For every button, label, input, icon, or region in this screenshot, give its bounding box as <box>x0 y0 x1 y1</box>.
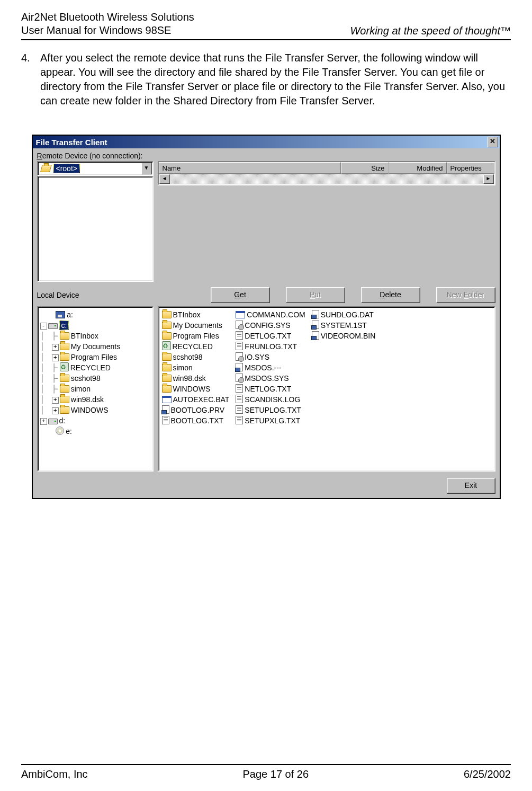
list-item[interactable]: SCANDISK.LOG <box>236 394 305 405</box>
tree-row[interactable]: │ +win98.dsk <box>40 394 150 405</box>
list-item[interactable]: simon <box>162 362 230 373</box>
close-icon[interactable]: ✕ <box>488 137 498 147</box>
scroll-right-icon[interactable]: ► <box>483 174 494 184</box>
sys-icon <box>236 352 243 361</box>
scroll-left-icon[interactable]: ◄ <box>159 174 170 184</box>
list-item[interactable]: SYSTEM.1ST <box>312 320 375 331</box>
footer-company: AmbiCom, Inc <box>21 768 88 780</box>
delete-button[interactable]: Delete <box>361 287 420 303</box>
dat-icon <box>312 331 319 340</box>
local-device-label: Local Device <box>33 291 195 299</box>
file-column: SUHDLOG.DATSYSTEM.1STVIDEOROM.BIN <box>312 309 375 468</box>
list-item[interactable]: CONFIG.SYS <box>236 320 305 331</box>
file-column: COMMAND.COMCONFIG.SYSDETLOG.TXTFRUNLOG.T… <box>236 309 305 468</box>
txt-icon <box>236 395 243 403</box>
step-number: 4. <box>21 51 35 108</box>
list-item[interactable]: NETLOG.TXT <box>236 384 305 394</box>
list-item[interactable]: VIDEOROM.BIN <box>312 331 375 341</box>
window-titlebar[interactable]: File Transfer Client ✕ <box>33 136 500 148</box>
header-slogan: Working at the speed of thought™ <box>350 25 511 37</box>
put-button[interactable]: Put <box>286 287 345 303</box>
remote-listview[interactable]: Name Size Modified Properties ◄ ► <box>158 161 495 185</box>
product-name: Air2Net Bluetooth Wireless Solutions <box>21 11 194 24</box>
recycle-icon <box>162 341 171 350</box>
list-item[interactable]: COMMAND.COM <box>236 309 305 320</box>
list-item[interactable]: DETLOG.TXT <box>236 331 305 341</box>
collapse-icon[interactable]: - <box>40 323 47 330</box>
step-4: 4. After you select the remote device th… <box>21 51 511 108</box>
tree-row[interactable]: │ +WINDOWS <box>40 405 150 415</box>
list-item[interactable]: SUHDLOG.DAT <box>312 309 375 320</box>
tree-row[interactable]: +d: <box>40 415 150 426</box>
remote-tree[interactable] <box>37 176 154 282</box>
tree-row[interactable]: │ ├╴simon <box>40 384 150 394</box>
tree-row[interactable]: a: <box>40 309 150 320</box>
txt-icon <box>162 416 169 424</box>
expand-icon[interactable]: + <box>52 354 59 361</box>
list-item[interactable]: BTInbox <box>162 309 230 320</box>
get-button[interactable]: Get <box>211 287 270 303</box>
list-item[interactable]: Program Files <box>162 331 230 341</box>
local-panel: a:-c:│ ├╴BTInbox│ +My Documents│ +Progra… <box>33 306 500 474</box>
list-item[interactable]: BOOTLOG.TXT <box>162 415 230 426</box>
floppy-icon <box>56 311 65 318</box>
new-folder-button[interactable]: New Folder <box>436 287 495 303</box>
recycle-icon <box>60 362 69 371</box>
folder-icon <box>60 396 69 403</box>
selected-drive: c: <box>59 321 69 330</box>
tree-row[interactable]: │ ├╴RECYCLED <box>40 362 150 373</box>
txt-icon <box>236 416 243 424</box>
exe-icon <box>236 311 245 318</box>
expand-icon[interactable]: + <box>52 344 59 351</box>
remote-panel: <root> ▼ Name Size Modified Properties <box>33 161 500 284</box>
expand-icon[interactable]: + <box>52 397 59 404</box>
folder-icon <box>60 343 69 350</box>
footer-page: Page 17 of 26 <box>243 768 309 780</box>
list-item[interactable]: AUTOEXEC.BAT <box>162 394 230 405</box>
tree-row[interactable]: │ +My Documents <box>40 341 150 352</box>
window-title: File Transfer Client <box>36 138 107 147</box>
local-listview[interactable]: BTInboxMy DocumentsProgram FilesRECYCLED… <box>158 306 495 472</box>
chevron-down-icon[interactable]: ▼ <box>141 163 152 174</box>
folder-icon <box>60 375 69 382</box>
list-item[interactable]: WINDOWS <box>162 384 230 394</box>
scroll-track[interactable] <box>170 174 483 184</box>
file-column: BTInboxMy DocumentsProgram FilesRECYCLED… <box>162 309 230 468</box>
list-item[interactable]: IO.SYS <box>236 352 305 362</box>
list-item[interactable]: scshot98 <box>162 352 230 362</box>
folder-icon <box>60 385 69 393</box>
txt-icon <box>236 342 243 350</box>
remote-horizontal-scrollbar[interactable]: ◄ ► <box>159 174 494 184</box>
dat-icon <box>236 363 243 371</box>
tree-row[interactable]: -c: <box>40 320 150 331</box>
list-item[interactable]: My Documents <box>162 320 230 331</box>
list-item[interactable]: MSDOS.--- <box>236 362 305 373</box>
expand-icon[interactable]: + <box>52 407 59 414</box>
step-text: After you select the remote device that … <box>40 51 511 108</box>
list-item[interactable]: MSDOS.SYS <box>236 373 305 384</box>
remote-path-dropdown[interactable]: <root> ▼ <box>37 161 154 176</box>
tree-row[interactable]: │ +Program Files <box>40 352 150 362</box>
list-item[interactable]: RECYCLED <box>162 341 230 352</box>
remote-list-header: Name Size Modified Properties <box>159 162 494 174</box>
list-item[interactable]: FRUNLOG.TXT <box>236 341 305 352</box>
expand-icon[interactable]: + <box>40 418 47 425</box>
exit-row: Exit <box>33 474 500 498</box>
tree-row[interactable]: e: <box>40 426 150 437</box>
list-item[interactable]: win98.dsk <box>162 373 230 384</box>
exit-button[interactable]: Exit <box>447 478 495 494</box>
col-properties[interactable]: Properties <box>447 162 494 174</box>
list-item[interactable]: SETUPXLG.TXT <box>236 415 305 426</box>
list-item[interactable]: SETUPLOG.TXT <box>236 405 305 415</box>
tree-row[interactable]: │ ├╴BTInbox <box>40 331 150 341</box>
col-size[interactable]: Size <box>341 162 389 174</box>
folder-icon <box>162 375 172 382</box>
col-name[interactable]: Name <box>159 162 341 174</box>
tree-row[interactable]: │ ├╴scshot98 <box>40 373 150 384</box>
manual-name: User Manual for Windows 98SE <box>21 24 194 37</box>
col-modified[interactable]: Modified <box>389 162 447 174</box>
folder-icon <box>162 311 172 318</box>
folder-icon <box>162 332 172 340</box>
local-tree[interactable]: a:-c:│ ├╴BTInbox│ +My Documents│ +Progra… <box>37 306 154 472</box>
list-item[interactable]: BOOTLOG.PRV <box>162 405 230 415</box>
